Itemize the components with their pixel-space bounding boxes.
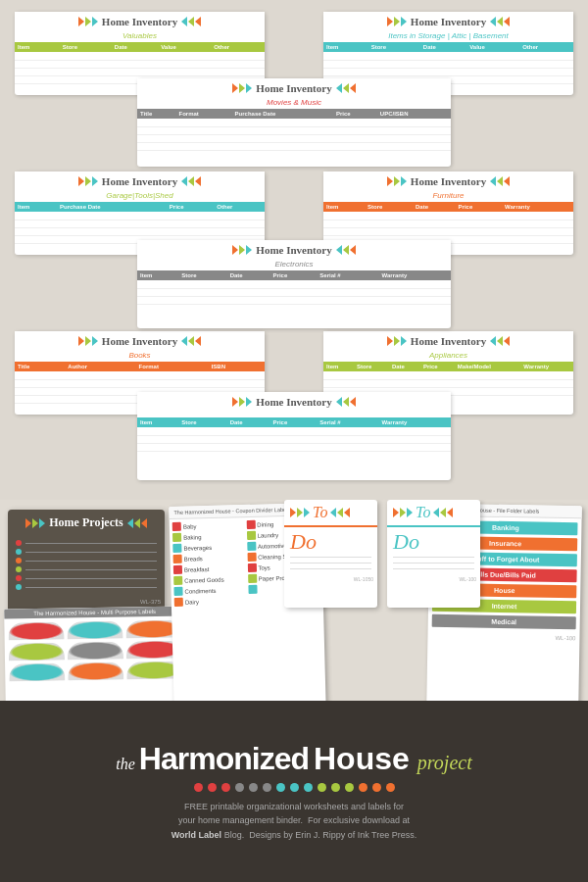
brand-dot	[290, 783, 299, 792]
mp-label-item	[67, 621, 122, 640]
todo-card-2: To Do WL-100	[387, 500, 480, 608]
brand-dot	[372, 783, 381, 792]
brand-dot	[386, 783, 395, 792]
project-line	[16, 558, 157, 564]
sheet-table: ItemPurchase DatePriceOther	[15, 202, 265, 244]
brand-dot	[221, 783, 230, 792]
chevron-right-icon	[336, 397, 356, 407]
chevron-right-icon	[181, 176, 201, 186]
sheet-subtitle: Movies & Music	[137, 98, 451, 109]
chevron-left-icon	[78, 336, 98, 346]
sheet-header: Home Inventory	[137, 392, 451, 412]
file-sku: WL-100	[427, 631, 579, 644]
project-line	[16, 549, 157, 555]
sheet-title: Home Inventory	[411, 335, 486, 347]
mp-label-item	[9, 663, 65, 682]
sheet-title: Home Inventory	[411, 16, 486, 27]
brand-dot	[235, 783, 244, 792]
chevron-right-icon	[433, 508, 453, 517]
chevron-left-icon	[232, 245, 252, 255]
todo-title-1: To	[313, 504, 327, 521]
chevron-right-icon	[336, 83, 356, 93]
coupon-item: Condiments	[173, 585, 246, 596]
multipurpose-card: The Harmonized House - Multi Purpose Lab…	[4, 606, 187, 711]
sheet-table: ItemStoreDatePriceMake/ModelWarranty	[323, 362, 573, 396]
coupon-item: Baking	[172, 531, 245, 542]
sheet-title: Home Inventory	[256, 244, 331, 256]
coupon-item: Dairy	[174, 596, 247, 607]
sheet-header: Home Inventory	[323, 331, 573, 351]
todo-script-2: Do	[387, 527, 480, 557]
brand-dot	[304, 783, 313, 792]
main-container: Home Inventory Valuables ItemStoreDateVa…	[0, 0, 588, 882]
sheet-table: ItemStoreDatePriceWarranty	[323, 202, 573, 244]
sheet-header: Home Inventory	[323, 12, 573, 31]
mp-label-item	[68, 662, 123, 681]
brand-dot	[208, 783, 217, 792]
todo-header-1: To	[284, 500, 377, 527]
sheet-title: Home Inventory	[102, 16, 177, 27]
brand-harmonized: Harmonized	[139, 741, 309, 777]
sheet-title: Home Inventory	[256, 82, 331, 94]
project-line	[16, 540, 157, 546]
sheet-movies: Home Inventory Movies & Music TitleForma…	[137, 78, 451, 167]
sheets-section: Home Inventory Valuables ItemStoreDateVa…	[0, 0, 588, 510]
todo-lines-2	[387, 557, 480, 569]
sheet-header: Home Inventory	[137, 240, 451, 260]
projects-title: Home Projects	[49, 515, 122, 530]
sheet-subtitle: Garage|Tools|Shed	[15, 191, 265, 202]
sheet-subtitle: Furniture	[323, 191, 573, 202]
brand-dot	[331, 783, 340, 792]
project-line	[16, 584, 157, 590]
todo-lines-1	[284, 557, 377, 569]
multipurpose-grid	[4, 615, 186, 685]
chevron-right-icon	[490, 336, 510, 346]
sheet-subtitle: Appliances	[323, 351, 573, 362]
brand-dot	[359, 783, 368, 792]
sheet-table: TitleFormatPurchase DatePriceUPC/ISBN	[137, 109, 451, 151]
project-line	[16, 566, 157, 572]
chevron-right-icon	[330, 508, 350, 517]
chevron-left-icon	[25, 518, 45, 528]
projects-content	[8, 536, 165, 597]
file-label-item: Medical	[432, 614, 576, 630]
chevron-left-icon	[232, 83, 252, 93]
chevron-left-icon	[290, 508, 310, 517]
todo-sku-2: WL-100	[387, 574, 480, 584]
sheet-table: ItemStoreDatePriceSerial #Warranty	[137, 417, 451, 452]
mp-label-item	[8, 622, 64, 641]
chevron-right-icon	[127, 518, 147, 528]
labels-row: Home Projects	[0, 500, 588, 715]
brand-section: the Harmonized House project FREE printa…	[0, 701, 588, 882]
chevron-right-icon	[336, 245, 356, 255]
brand-subtitle: FREE printable organizational worksheets…	[147, 800, 441, 842]
chevron-left-icon	[78, 17, 98, 26]
todo-header-2: To	[387, 500, 480, 527]
chevron-left-icon	[387, 17, 407, 26]
brand-dot	[194, 783, 203, 792]
sheet-subtitle: Items in Storage | Attic | Basement	[323, 31, 573, 42]
mp-label-item	[68, 642, 123, 661]
project-line	[16, 575, 157, 581]
brand-house: House	[314, 741, 410, 777]
sheet-header: Home Inventory	[15, 331, 265, 351]
sheet-electronics: Home Inventory Electronics ItemStoreDate…	[137, 240, 451, 328]
chevron-left-icon	[387, 176, 407, 186]
todo-title-2: To	[416, 504, 430, 521]
brand-dot	[263, 783, 271, 792]
sheet-subtitle: Valuables	[15, 31, 265, 42]
sheet-general: Home Inventory ItemStoreDatePriceSerial …	[137, 392, 451, 480]
coupon-item: Beverages	[172, 542, 245, 553]
chevron-right-icon	[490, 17, 510, 26]
projects-sku: WL-375	[8, 597, 165, 607]
chevron-right-icon	[181, 17, 201, 26]
chevron-left-icon	[387, 336, 407, 346]
mp-label-item	[9, 643, 65, 662]
sheet-subtitle: Books	[15, 351, 265, 362]
coupon-item: Canned Goods	[173, 574, 246, 585]
brand-dot	[249, 783, 258, 792]
sheet-title: Home Inventory	[256, 396, 331, 408]
coupon-item: Breads	[173, 553, 246, 564]
brand-dot	[318, 783, 326, 792]
sheet-title: Home Inventory	[102, 335, 177, 347]
